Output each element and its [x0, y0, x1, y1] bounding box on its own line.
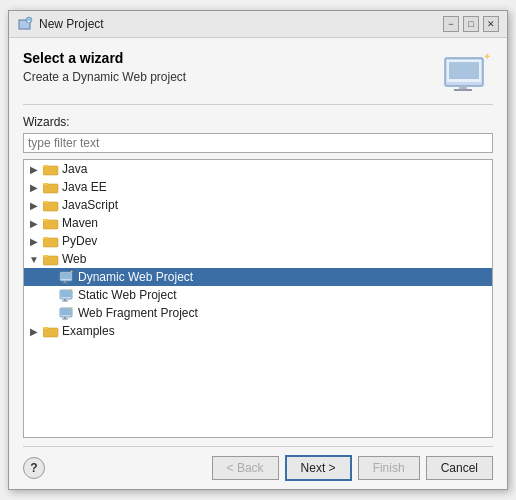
web-project-icon-fragment: ✦ [59, 306, 75, 320]
wizard-image: ✦ [441, 50, 493, 94]
dialog-icon: ✦ [17, 16, 33, 32]
folder-icon-web [43, 252, 59, 266]
close-button[interactable]: ✕ [483, 16, 499, 32]
svg-rect-8 [454, 89, 472, 91]
toggle-examples: ▶ [28, 326, 40, 337]
bottom-left: ? [23, 457, 206, 479]
minimize-button[interactable]: − [443, 16, 459, 32]
web-project-icon-dynamic: ✦ [59, 270, 75, 284]
tree-area[interactable]: ▶ Java ▶ [23, 159, 493, 438]
folder-icon-java [43, 162, 59, 176]
header-area: Select a wizard Create a Dynamic Web pro… [23, 50, 493, 105]
folder-icon-examples [43, 324, 59, 338]
toggle-maven: ▶ [28, 218, 40, 229]
folder-icon-pydev [43, 234, 59, 248]
toggle-pydev: ▶ [28, 236, 40, 247]
svg-rect-10 [43, 166, 58, 175]
svg-text:✦: ✦ [70, 306, 74, 310]
back-button[interactable]: < Back [212, 456, 279, 480]
tree-item-pydev[interactable]: ▶ PyDev [24, 232, 492, 250]
tree-item-web[interactable]: ▼ Web [24, 250, 492, 268]
dynamic-web-label: Dynamic Web Project [78, 270, 193, 284]
svg-rect-29 [62, 319, 68, 320]
tree-item-java[interactable]: ▶ Java [24, 160, 492, 178]
wizard-subheading: Create a Dynamic Web project [23, 70, 186, 84]
tree-item-web-fragment[interactable]: ✦ Web Fragment Project [24, 304, 492, 322]
toggle-java: ▶ [28, 164, 40, 175]
svg-rect-13 [43, 220, 58, 229]
svg-rect-31 [43, 328, 58, 337]
javaee-label: Java EE [62, 180, 107, 194]
svg-text:✦: ✦ [70, 270, 74, 274]
folder-icon-javascript [43, 198, 59, 212]
help-button[interactable]: ? [23, 457, 45, 479]
tree-item-javaee[interactable]: ▶ Java EE [24, 178, 492, 196]
web-fragment-label: Web Fragment Project [78, 306, 198, 320]
finish-button[interactable]: Finish [358, 456, 420, 480]
tree-item-dynamic-web[interactable]: ✦ Dynamic Web Project [24, 268, 492, 286]
web-project-icon-static: ✦ [59, 288, 75, 302]
javascript-label: JavaScript [62, 198, 118, 212]
title-bar: ✦ New Project − □ ✕ [9, 11, 507, 38]
folder-icon-maven [43, 216, 59, 230]
filter-input[interactable] [23, 133, 493, 153]
toggle-javaee: ▶ [28, 182, 40, 193]
button-area: ? < Back Next > Finish Cancel [23, 446, 493, 481]
svg-rect-15 [43, 256, 58, 265]
svg-text:✦: ✦ [483, 51, 491, 62]
examples-label: Examples [62, 324, 115, 338]
web-label: Web [62, 252, 86, 266]
dialog-content: Select a wizard Create a Dynamic Web pro… [9, 38, 507, 489]
svg-rect-12 [43, 202, 58, 211]
header-text: Select a wizard Create a Dynamic Web pro… [23, 50, 186, 84]
svg-rect-14 [43, 238, 58, 247]
static-web-label: Static Web Project [78, 288, 176, 302]
cancel-button[interactable]: Cancel [426, 456, 493, 480]
wizard-heading: Select a wizard [23, 50, 186, 66]
next-button[interactable]: Next > [285, 455, 352, 481]
tree-container: ▶ Java ▶ [24, 160, 492, 340]
maven-label: Maven [62, 216, 98, 230]
new-project-dialog: ✦ New Project − □ ✕ Select a wizard Crea… [8, 10, 508, 490]
tree-item-static-web[interactable]: ✦ Static Web Project [24, 286, 492, 304]
tree-item-javascript[interactable]: ▶ JavaScript [24, 196, 492, 214]
svg-rect-11 [43, 184, 58, 193]
tree-item-examples[interactable]: ▶ Examples [24, 322, 492, 340]
toggle-web: ▼ [28, 254, 40, 265]
java-label: Java [62, 162, 87, 176]
svg-text:✦: ✦ [70, 288, 74, 292]
pydev-label: PyDev [62, 234, 97, 248]
toggle-javascript: ▶ [28, 200, 40, 211]
folder-icon-javaee [43, 180, 59, 194]
window-controls: − □ ✕ [443, 16, 499, 32]
tree-item-maven[interactable]: ▶ Maven [24, 214, 492, 232]
svg-rect-6 [449, 62, 479, 79]
svg-rect-19 [62, 283, 68, 284]
wizards-label: Wizards: [23, 115, 493, 129]
svg-rect-24 [62, 301, 68, 302]
dialog-title: New Project [39, 17, 104, 31]
wizard-icon-svg: ✦ [441, 50, 493, 94]
maximize-button[interactable]: □ [463, 16, 479, 32]
